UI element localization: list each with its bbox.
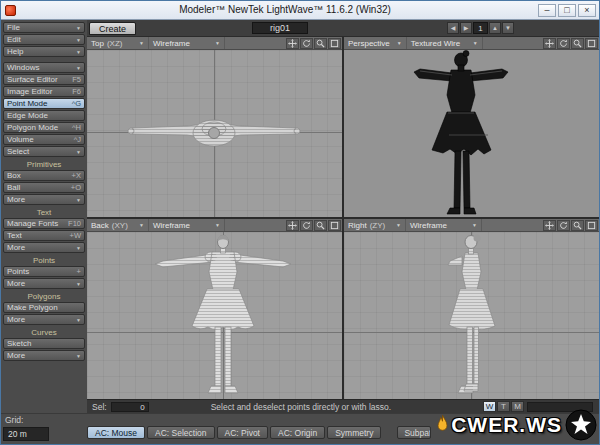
- sidebar-item-more[interactable]: More▼: [3, 278, 85, 289]
- viewport-perspective-view-dropdown[interactable]: Perspective ▼: [344, 37, 407, 49]
- viewport-back-canvas[interactable]: [87, 232, 342, 399]
- viewport-back-header: Back(XY) ▼ Wireframe ▼: [87, 219, 342, 232]
- next-layer-bank-icon[interactable]: ▶: [460, 22, 472, 34]
- sidebar-item-surface-editor[interactable]: Surface EditorF5: [3, 74, 85, 85]
- viewport-perspective-canvas[interactable]: [344, 50, 599, 217]
- sidebar-item-label: More: [7, 315, 74, 324]
- prev-layer-bank-icon[interactable]: ◀: [447, 22, 459, 34]
- statusbar-button-ac-origin[interactable]: AC: Origin: [270, 426, 325, 439]
- pan-icon[interactable]: [286, 220, 299, 231]
- dropdown-arrow-icon: ▼: [76, 353, 81, 359]
- style-label: Textured Wire: [411, 39, 460, 48]
- sidebar-item-image-editor[interactable]: Image EditorF6: [3, 86, 85, 97]
- sidebar-item-box[interactable]: Box+X: [3, 170, 85, 181]
- sidebar-item-label: More: [7, 243, 74, 252]
- rotate-icon[interactable]: [557, 38, 570, 49]
- sidebar-item-label: Windows: [7, 63, 74, 72]
- minimize-button[interactable]: –: [538, 4, 556, 17]
- rotate-icon[interactable]: [300, 38, 313, 49]
- app-window: Modeler™ NewTek LightWave™ 11.6.2 (Win32…: [0, 0, 600, 445]
- app-icon[interactable]: [5, 5, 16, 16]
- shortcut-label: +O: [71, 183, 81, 192]
- model-silhouette-top: [87, 50, 342, 217]
- sidebar-item-points[interactable]: Points+: [3, 266, 85, 277]
- statusbar-button-ac-pivot[interactable]: AC: Pivot: [217, 426, 268, 439]
- sidebar-section-text: Text: [1, 208, 87, 218]
- top-toolbar: Create rig01 ◀ ▶ 1 ▲ ▼: [87, 20, 599, 37]
- sidebar-item-edge-mode[interactable]: Edge Mode: [3, 110, 85, 121]
- view-label: Back: [91, 221, 109, 230]
- viewport-right-style-dropdown[interactable]: Wireframe ▼: [406, 219, 482, 231]
- sidebar-item-select[interactable]: Select▼: [3, 146, 85, 157]
- close-button[interactable]: ×: [578, 4, 596, 17]
- sidebar-section-polygons: Polygons: [1, 292, 87, 302]
- zoom-icon[interactable]: [314, 220, 327, 231]
- sidebar-item-label: Point Mode: [7, 99, 70, 108]
- viewport-perspective-style-dropdown[interactable]: Textured Wire ▼: [407, 37, 483, 49]
- layer-up-icon[interactable]: ▲: [489, 22, 501, 34]
- dropdown-arrow-icon: ▼: [76, 245, 81, 251]
- tab-create[interactable]: Create: [89, 22, 136, 35]
- sidebar-item-make-polygon[interactable]: Make Polygon: [3, 302, 85, 313]
- sidebar-item-file[interactable]: File▼: [3, 22, 85, 33]
- zoom-icon[interactable]: [571, 220, 584, 231]
- maximize-icon[interactable]: [585, 220, 598, 231]
- viewport-perspective-tools: [542, 38, 599, 49]
- viewport-back-style-dropdown[interactable]: Wireframe ▼: [149, 219, 225, 231]
- shortcut-label: ^G: [72, 99, 81, 108]
- statusbar-button-symmetry[interactable]: Symmetry: [327, 426, 381, 439]
- viewport-right-canvas[interactable]: [344, 232, 599, 399]
- model-silhouette-back: [87, 232, 342, 399]
- viewport-right-view-dropdown[interactable]: Right(ZY) ▼: [344, 219, 406, 231]
- pan-icon[interactable]: [286, 38, 299, 49]
- grid-size-value: 20 m: [3, 427, 49, 441]
- viewport-back-view-dropdown[interactable]: Back(XY) ▼: [87, 219, 149, 231]
- sidebar-item-windows[interactable]: Windows▼: [3, 62, 85, 73]
- sidebar-item-more[interactable]: More▼: [3, 242, 85, 253]
- pan-icon[interactable]: [543, 220, 556, 231]
- layer-down-icon[interactable]: ▼: [502, 22, 514, 34]
- maximize-icon[interactable]: [328, 38, 341, 49]
- sidebar-item-more[interactable]: More▼: [3, 350, 85, 361]
- chevron-down-icon: ▼: [472, 222, 477, 228]
- viewport-top-canvas[interactable]: [87, 50, 342, 217]
- sidebar-item-edit[interactable]: Edit▼: [3, 34, 85, 45]
- statusbar-button-subpatch[interactable]: Subpatch: [397, 426, 431, 439]
- sidebar-item-more[interactable]: More▼: [3, 314, 85, 325]
- pan-icon[interactable]: [543, 38, 556, 49]
- statusbar-button-ac-selection[interactable]: AC: Selection: [147, 426, 215, 439]
- zoom-icon[interactable]: [314, 38, 327, 49]
- maximize-icon[interactable]: [328, 220, 341, 231]
- shortcut-label: ^J: [74, 135, 81, 144]
- statusbar-button-ac-mouse[interactable]: AC: Mouse: [87, 426, 145, 439]
- watermark: CWER.WS: [435, 409, 597, 441]
- maximize-icon[interactable]: [585, 38, 598, 49]
- viewport-top-view-dropdown[interactable]: Top(XZ) ▼: [87, 37, 149, 49]
- sidebar-item-point-mode[interactable]: Point Mode^G: [3, 98, 85, 109]
- sidebar-item-manage-fonts[interactable]: Manage FontsF10: [3, 218, 85, 229]
- style-label: Wireframe: [410, 221, 447, 230]
- sidebar-section-primitives: Primitives: [1, 160, 87, 170]
- shortcut-label: ^H: [72, 123, 81, 132]
- sidebar-item-label: Points: [7, 267, 75, 276]
- sidebar-item-volume[interactable]: Volume^J: [3, 134, 85, 145]
- sidebar-item-text[interactable]: Text+W: [3, 230, 85, 241]
- zoom-icon[interactable]: [571, 38, 584, 49]
- sidebar-item-polygon-mode[interactable]: Polygon Mode^H: [3, 122, 85, 133]
- maximize-button[interactable]: □: [558, 4, 576, 17]
- sidebar-item-ball[interactable]: Ball+O: [3, 182, 85, 193]
- sidebar-item-label: Ball: [7, 183, 69, 192]
- dropdown-arrow-icon: ▼: [76, 149, 81, 155]
- rotate-icon[interactable]: [300, 220, 313, 231]
- sidebar-item-help[interactable]: Help▼: [3, 46, 85, 57]
- dropdown-arrow-icon: ▼: [76, 197, 81, 203]
- sidebar-item-more[interactable]: More▼: [3, 194, 85, 205]
- layer-number[interactable]: 1: [473, 22, 488, 34]
- viewport-top-style-dropdown[interactable]: Wireframe ▼: [149, 37, 225, 49]
- view-label: Right: [348, 221, 367, 230]
- object-name-field[interactable]: rig01: [252, 22, 308, 34]
- sidebar-item-label: Edit: [7, 35, 74, 44]
- style-label: Wireframe: [153, 39, 190, 48]
- rotate-icon[interactable]: [557, 220, 570, 231]
- sidebar-item-sketch[interactable]: Sketch: [3, 338, 85, 349]
